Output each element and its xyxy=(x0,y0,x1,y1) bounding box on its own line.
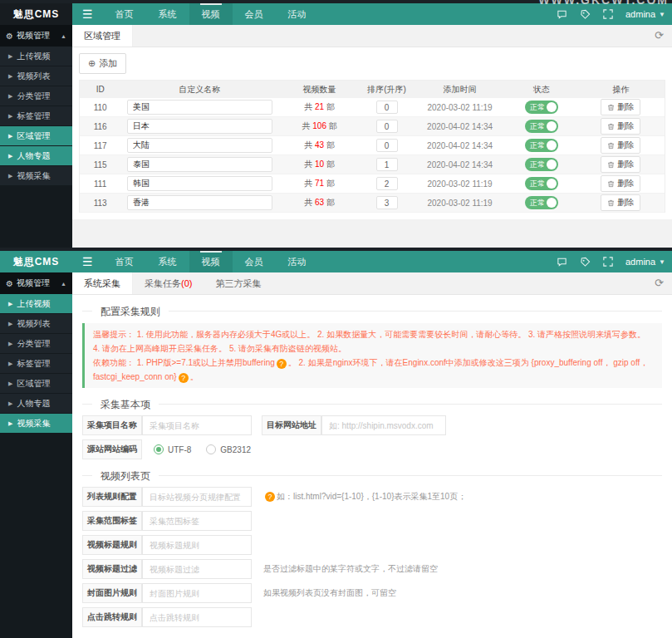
sidebar-group-label: 视频管理 xyxy=(17,277,50,289)
status-label: 正常 xyxy=(530,179,545,189)
nav-item[interactable]: 视频 xyxy=(189,3,233,25)
nav-item[interactable]: 活动 xyxy=(276,251,319,272)
fullscreen-icon[interactable] xyxy=(602,8,614,20)
field-input[interactable] xyxy=(142,607,252,627)
field-input[interactable] xyxy=(142,535,252,555)
delete-button[interactable]: 删除 xyxy=(601,175,640,192)
tab-region-management[interactable]: 区域管理 xyxy=(72,25,133,47)
sidebar-group-video[interactable]: ⚙ 视频管理 ▲ xyxy=(0,25,72,47)
nav-item[interactable]: 系统 xyxy=(146,3,189,25)
region-name-input[interactable] xyxy=(127,176,272,191)
sidebar: ⚙ 视频管理 ▲ ▶ 上传视频 ▶ 视频列表 ▶ 分类管理 xyxy=(0,25,72,248)
sidebar-item[interactable]: ▶ 区域管理 xyxy=(0,374,72,393)
tab[interactable]: 系统采集 xyxy=(72,272,133,294)
col-header-sort: 排序(升序) xyxy=(361,84,413,96)
row-id: 115 xyxy=(80,160,120,169)
sidebar-item-label: 人物专题 xyxy=(17,150,50,162)
encoding-radio[interactable]: UTF-8 xyxy=(154,444,191,454)
tag-icon[interactable] xyxy=(579,8,591,20)
delete-button[interactable]: 删除 xyxy=(601,118,640,135)
tab[interactable]: 第三方采集 xyxy=(204,272,272,294)
encoding-radio[interactable]: GB2312 xyxy=(206,444,251,454)
sidebar-item[interactable]: ▶ 标签管理 xyxy=(0,354,72,373)
user-menu[interactable]: admina ▼ xyxy=(625,9,665,19)
col-header-id: ID xyxy=(80,85,120,94)
question-icon[interactable]: ? xyxy=(265,492,275,502)
sidebar-item[interactable]: ▶ 视频列表 xyxy=(0,66,72,86)
sort-input[interactable] xyxy=(376,139,398,152)
message-icon[interactable] xyxy=(556,8,567,20)
sort-input[interactable] xyxy=(376,120,398,133)
header: 魅思CMS ☰ 首页 系统 视频 会员 活动 xyxy=(0,251,672,272)
nav-item[interactable]: 活动 xyxy=(276,3,319,25)
sidebar-item[interactable]: ▶ 上传视频 xyxy=(0,294,72,313)
field-input[interactable] xyxy=(142,511,252,531)
arrow-right-icon: ▶ xyxy=(8,361,12,367)
status-toggle[interactable]: 正常 xyxy=(525,101,558,114)
sidebar-item[interactable]: ▶ 视频采集 xyxy=(0,166,72,185)
delete-button[interactable]: 删除 xyxy=(601,156,640,173)
refresh-icon[interactable]: ⟳ xyxy=(655,277,664,289)
add-button[interactable]: ⊕ 添加 xyxy=(79,53,126,74)
field-input[interactable] xyxy=(142,583,252,603)
status-toggle[interactable]: 正常 xyxy=(525,120,558,133)
status-toggle[interactable]: 正常 xyxy=(525,196,558,209)
nav-item[interactable]: 系统 xyxy=(146,251,189,272)
status-toggle[interactable]: 正常 xyxy=(525,177,558,190)
table-row: 117 共 43 部 2020-04-02 14:34 xyxy=(80,136,665,155)
arrow-right-icon: ▶ xyxy=(8,153,12,160)
sidebar-group-video[interactable]: ⚙ 视频管理 ▲ xyxy=(0,272,72,294)
sidebar-item[interactable]: ▶ 区域管理 xyxy=(0,126,72,145)
status-toggle[interactable]: 正常 xyxy=(525,158,558,171)
sidebar-item-label: 上传视频 xyxy=(17,298,50,310)
sidebar-item[interactable]: ▶ 视频列表 xyxy=(0,314,72,333)
nav-item[interactable]: 首页 xyxy=(103,251,146,272)
menu-toggle-icon[interactable]: ☰ xyxy=(72,3,103,25)
nav-item[interactable]: 视频 xyxy=(189,251,233,272)
status-toggle[interactable]: 正常 xyxy=(525,139,558,152)
sidebar-item[interactable]: ▶ 分类管理 xyxy=(0,334,72,353)
form-row: 封面图片规则 如果视频列表页没有封面图，可留空 xyxy=(82,583,662,603)
sidebar-item[interactable]: ▶ 人物专题 xyxy=(0,146,72,165)
trash-icon xyxy=(607,123,615,130)
delete-button[interactable]: 删除 xyxy=(601,194,640,211)
sidebar-item[interactable]: ▶ 视频采集 xyxy=(0,414,72,433)
region-name-input[interactable] xyxy=(127,157,272,172)
sort-input[interactable] xyxy=(376,101,398,114)
sidebar-item[interactable]: ▶ 标签管理 xyxy=(0,106,72,125)
question-icon[interactable]: ? xyxy=(277,359,287,369)
nav-item[interactable]: 会员 xyxy=(233,3,276,25)
sort-input[interactable] xyxy=(376,158,398,171)
fullscreen-icon[interactable] xyxy=(602,256,614,267)
nav-item[interactable]: 首页 xyxy=(103,3,146,25)
sidebar-item[interactable]: ▶ 人物专题 xyxy=(0,394,72,413)
project-name-input[interactable] xyxy=(142,415,252,435)
sidebar-item[interactable]: ▶ 分类管理 xyxy=(0,86,72,106)
delete-button[interactable]: 删除 xyxy=(601,99,640,115)
sort-input[interactable] xyxy=(376,196,398,209)
refresh-icon[interactable]: ⟳ xyxy=(655,29,664,42)
region-name-input[interactable] xyxy=(127,119,272,134)
region-name-input[interactable] xyxy=(127,100,272,115)
question-icon[interactable]: ? xyxy=(179,373,189,383)
sort-input[interactable] xyxy=(376,177,398,190)
region-name-input[interactable] xyxy=(127,195,272,210)
field-input[interactable] xyxy=(142,559,252,579)
region-name-input[interactable] xyxy=(127,138,272,153)
nav-item[interactable]: 会员 xyxy=(233,251,276,272)
field-label: 视频标题过滤 xyxy=(82,559,142,579)
tag-icon[interactable] xyxy=(579,256,591,267)
field-input[interactable] xyxy=(142,487,252,507)
sidebar-item[interactable]: ▶ 上传视频 xyxy=(0,47,72,66)
table-header: ID 自定义名称 视频数量 排序(升序) 添加时间 状态 操作 xyxy=(80,81,665,98)
trash-icon xyxy=(607,199,615,207)
delete-button[interactable]: 删除 xyxy=(601,137,640,154)
target-site-input[interactable] xyxy=(321,415,446,435)
menu-toggle-icon[interactable]: ☰ xyxy=(72,251,103,272)
legend-main: 配置采集规则 xyxy=(82,311,662,312)
message-icon[interactable] xyxy=(556,256,567,267)
radio-icon xyxy=(154,444,164,454)
row-id: 117 xyxy=(80,141,120,150)
tab[interactable]: 采集任务(0) xyxy=(133,272,204,294)
user-menu[interactable]: admina ▼ xyxy=(625,257,665,267)
